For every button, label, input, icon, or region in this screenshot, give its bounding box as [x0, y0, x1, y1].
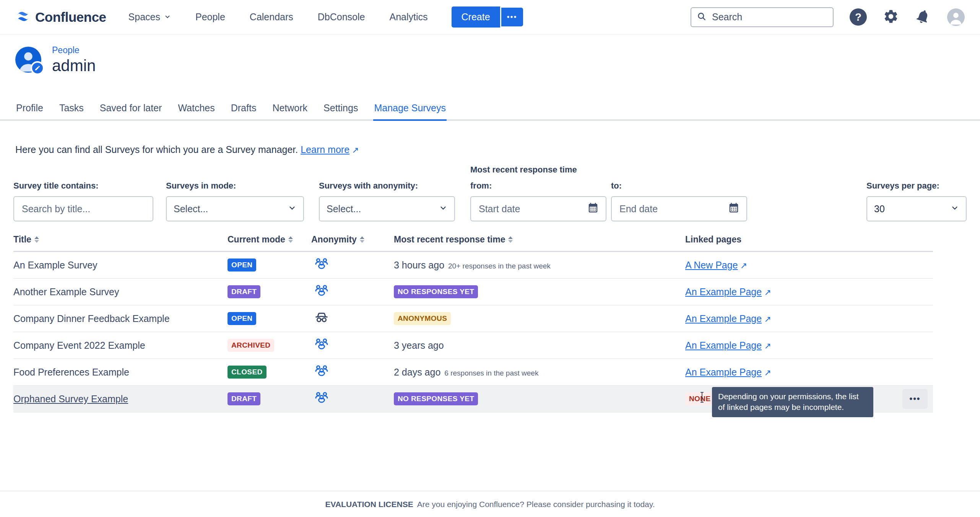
response-time: 3 years ago: [394, 340, 444, 351]
nav-item-analytics[interactable]: Analytics: [389, 11, 427, 23]
filters-bar: Survey title contains: Surveys in mode: …: [0, 165, 980, 221]
response-badge: NO RESPONSES YET: [394, 392, 478, 405]
tab-tasks[interactable]: Tasks: [59, 99, 85, 121]
table-header-row: TitleCurrent modeAnonymityMost recent re…: [13, 231, 933, 252]
text-cursor: [700, 392, 704, 405]
profile-tabs: ProfileTasksSaved for laterWatchesDrafts…: [0, 99, 980, 121]
page-title: admin: [52, 57, 96, 74]
help-icon[interactable]: ?: [850, 8, 867, 26]
mode-select[interactable]: Select...: [166, 196, 304, 221]
mode-badge: OPEN: [228, 258, 256, 272]
per-page-select[interactable]: 30: [866, 196, 967, 221]
chevron-down-icon: [164, 11, 171, 23]
table-row: Food Preferences ExampleCLOSED2 days ago…: [13, 359, 933, 386]
filter-anonymity-label: Surveys with anonymity:: [319, 181, 455, 191]
linked-page-link[interactable]: An Example Page: [685, 367, 762, 377]
tab-drafts[interactable]: Drafts: [230, 99, 257, 121]
calendar-icon[interactable]: [587, 202, 599, 216]
profile-avatar[interactable]: [15, 47, 41, 73]
top-nav: Confluence SpacesPeopleCalendarsDbConsol…: [0, 0, 980, 34]
end-date-input[interactable]: [619, 203, 728, 215]
external-link-icon: ↗: [352, 145, 359, 155]
survey-title[interactable]: Another Example Survey: [13, 286, 119, 297]
tab-watches[interactable]: Watches: [177, 99, 215, 121]
bell-icon[interactable]: [915, 8, 931, 26]
survey-title-input-wrap: [13, 196, 153, 221]
start-date-input[interactable]: [478, 203, 587, 215]
external-link-icon: ↗: [764, 341, 771, 351]
end-date-wrap: [611, 196, 747, 221]
column-header-anonymity[interactable]: Anonymity: [311, 234, 394, 245]
user-avatar[interactable]: [947, 8, 965, 26]
edit-avatar-icon[interactable]: [31, 61, 44, 75]
response-badge: ANONYMOUS: [394, 312, 451, 325]
footer-text: Are you enjoying Confluence? Please cons…: [417, 500, 655, 509]
sort-icon[interactable]: [288, 236, 293, 243]
profile-header: People admin: [0, 34, 980, 74]
tab-settings[interactable]: Settings: [323, 99, 359, 121]
linked-page-link[interactable]: A New Page: [685, 260, 738, 270]
incognito-icon: [314, 317, 330, 327]
response-badge: NO RESPONSES YET: [394, 285, 478, 298]
sort-icon[interactable]: [508, 236, 513, 243]
tab-manage-surveys[interactable]: Manage Surveys: [373, 99, 447, 121]
search-input[interactable]: [711, 11, 827, 23]
breadcrumb-people[interactable]: People: [52, 45, 96, 55]
response-note: 20+ responses in the past week: [448, 262, 551, 270]
sort-icon[interactable]: [34, 236, 39, 243]
column-header-current-mode[interactable]: Current mode: [228, 234, 311, 245]
column-header-linked-pages: Linked pages: [685, 234, 933, 245]
external-link-icon: ↗: [740, 261, 747, 270]
intro-text: Here you can find all Surveys for which …: [0, 130, 980, 155]
filter-from-label: from:: [470, 181, 606, 191]
sort-icon[interactable]: [360, 236, 364, 243]
survey-title[interactable]: Company Dinner Feedback Example: [13, 313, 170, 324]
external-link-icon: ↗: [764, 288, 771, 297]
linked-page-link[interactable]: An Example Page: [685, 313, 762, 324]
surveys-table: TitleCurrent modeAnonymityMost recent re…: [13, 231, 933, 413]
nav-more-button[interactable]: •••: [501, 8, 523, 26]
confluence-logo-icon: [15, 9, 31, 26]
create-button[interactable]: Create: [452, 7, 500, 28]
nav-item-dbconsole[interactable]: DbConsole: [318, 11, 365, 23]
brand-name: Confluence: [35, 10, 106, 25]
mode-badge: CLOSED: [228, 366, 267, 379]
gear-icon[interactable]: [883, 8, 899, 26]
group-icon: [314, 397, 330, 408]
row-actions-button[interactable]: •••: [902, 389, 928, 409]
mode-badge: ARCHIVED: [228, 339, 274, 352]
nav-item-calendars[interactable]: Calendars: [250, 11, 293, 23]
survey-title-input[interactable]: [21, 203, 146, 215]
tab-profile[interactable]: Profile: [15, 99, 44, 121]
survey-title[interactable]: Company Event 2022 Example: [13, 340, 145, 351]
external-link-icon: ↗: [764, 368, 771, 377]
anonymity-select[interactable]: Select...: [319, 196, 455, 221]
search-box[interactable]: [691, 7, 834, 27]
nav-item-spaces[interactable]: Spaces: [128, 11, 171, 23]
linked-page-link[interactable]: An Example Page: [685, 340, 762, 351]
nav-menu: SpacesPeopleCalendarsDbConsoleAnalytics: [128, 11, 428, 23]
column-header-title[interactable]: Title: [13, 234, 228, 245]
response-time: 3 hours ago: [394, 260, 444, 270]
survey-title[interactable]: An Example Survey: [13, 260, 98, 270]
response-note: 6 responses in the past week: [444, 369, 538, 377]
learn-more-link[interactable]: Learn more: [301, 144, 349, 155]
column-header-most-recent-response-time[interactable]: Most recent response time: [394, 234, 685, 245]
response-time-group-label: Most recent response time: [470, 165, 747, 175]
nav-item-people[interactable]: People: [195, 11, 225, 23]
linked-pages-tooltip: Depending on your permissions, the list …: [712, 387, 873, 417]
tab-network[interactable]: Network: [271, 99, 308, 121]
chevron-down-icon: [288, 203, 296, 215]
survey-title[interactable]: Food Preferences Example: [13, 367, 129, 377]
linked-page-link[interactable]: An Example Page: [685, 286, 762, 297]
calendar-icon[interactable]: [728, 202, 739, 216]
survey-title[interactable]: Orphaned Survey Example: [13, 393, 128, 404]
confluence-logo[interactable]: Confluence: [15, 9, 106, 26]
response-time-group: Most recent response time from: to:: [470, 165, 747, 221]
external-link-icon: ↗: [764, 314, 771, 324]
tab-saved-for-later[interactable]: Saved for later: [99, 99, 163, 121]
chevron-down-icon: [951, 203, 959, 215]
response-time: 2 days ago: [394, 367, 440, 377]
footer: EVALUATION LICENSE Are you enjoying Conf…: [0, 491, 980, 517]
group-icon: [314, 343, 330, 354]
